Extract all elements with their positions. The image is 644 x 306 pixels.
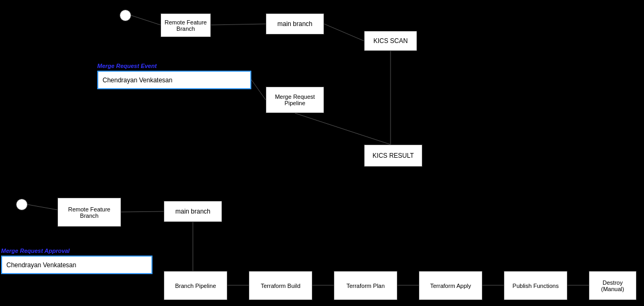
terraform-apply-box: Terraform Apply	[419, 271, 482, 300]
remote-feature-branch-bottom: Remote FeatureBranch	[57, 198, 121, 227]
svg-line-2	[324, 24, 364, 41]
chendrayan-top-input[interactable]: Chendrayan Venkatesan	[97, 71, 251, 89]
merge-request-event-label: Merge Request Event	[97, 63, 157, 69]
svg-line-0	[131, 15, 160, 25]
branch-pipeline-box: Branch Pipeline	[164, 271, 227, 300]
diagram-canvas: Remote Feature Branch main branch KICS S…	[0, 0, 644, 306]
svg-line-1	[211, 24, 266, 25]
kics-scan-box: KICS SCAN	[364, 31, 417, 51]
publish-functions-box: Publish Functions	[504, 271, 567, 300]
svg-line-3	[251, 80, 266, 100]
kics-result-box: KICS RESULT	[364, 144, 422, 167]
svg-line-4	[295, 113, 391, 144]
main-branch-bottom: main branch	[164, 201, 222, 222]
merge-request-pipeline-box: Merge RequestPipeline	[266, 87, 324, 113]
main-branch-top: main branch	[266, 13, 324, 35]
svg-line-7	[121, 211, 164, 212]
svg-line-6	[28, 205, 57, 210]
terraform-plan-box: Terraform Plan	[334, 271, 397, 300]
chendrayan-bottom-input[interactable]: Chendrayan Venkatesan	[1, 256, 152, 274]
destroy-manual-box: Destroy(Manual)	[589, 271, 637, 300]
merge-request-approval-label: Merge Request Approval	[1, 248, 70, 254]
remote-feature-branch-top: Remote Feature Branch	[160, 13, 211, 37]
start-circle-top	[120, 10, 131, 21]
start-circle-bottom	[16, 199, 28, 210]
terraform-build-box: Terraform Build	[249, 271, 312, 300]
